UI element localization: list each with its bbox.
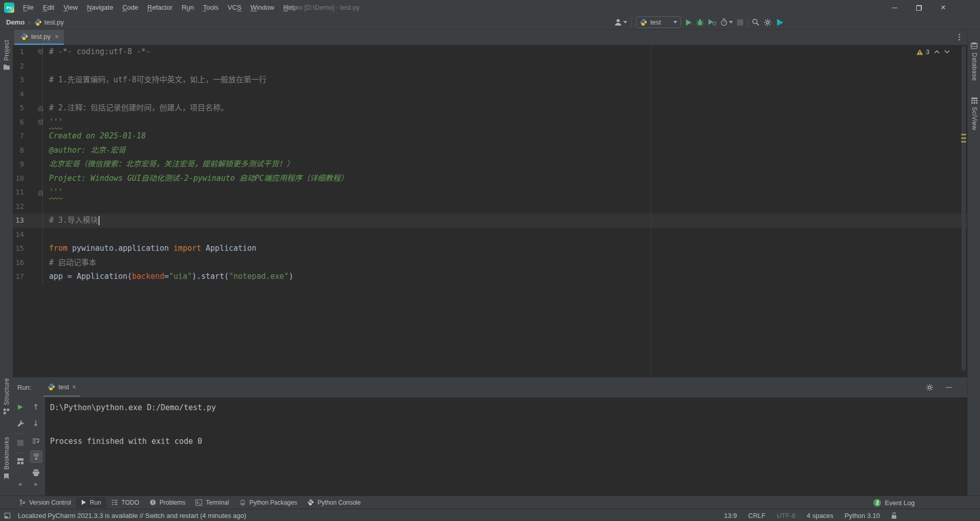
maximize-button[interactable]	[906, 0, 931, 15]
line-number[interactable]: 12	[13, 200, 43, 214]
profile-selector-button[interactable]	[614, 18, 627, 26]
coverage-button[interactable]	[708, 18, 716, 26]
menu-code[interactable]: Code	[118, 0, 143, 15]
run-console-output[interactable]: D:\Python\python.exe D:/Demo/test.py Pro…	[45, 397, 967, 495]
line-number[interactable]: 13	[13, 214, 43, 228]
status-item-crlf[interactable]: CRLF	[748, 512, 766, 519]
toolwindow-button-version-control[interactable]: Version Control	[14, 497, 76, 508]
run-tab-test[interactable]: test ×	[43, 378, 80, 397]
editor-line-10[interactable]: 10Project: Windows GUI自动化测试-2-pywinauto …	[13, 172, 967, 186]
editor-line-3[interactable]: 3# 1.先设置编码，utf-8可支持中英文，如上，一般放在第一行	[13, 73, 967, 87]
code-editor[interactable]: 1# -*- coding:utf-8 -*-23# 1.先设置编码，utf-8…	[13, 45, 967, 377]
editor-line-11[interactable]: 11'''	[13, 185, 967, 200]
toolwindow-button-problems[interactable]: Problems	[144, 497, 191, 508]
line-number[interactable]: 7	[13, 129, 43, 144]
more-actions-button[interactable]: »	[15, 478, 26, 489]
status-item-4-spaces[interactable]: 4 spaces	[807, 512, 834, 519]
menu-file[interactable]: File	[18, 0, 38, 15]
line-number[interactable]: 17	[13, 270, 43, 284]
line-number[interactable]: 10	[13, 172, 43, 186]
warning-stripe-mark[interactable]	[961, 141, 966, 143]
stop-process-button[interactable]	[15, 437, 26, 448]
editor-line-17[interactable]: 17app = Application(backend="uia").start…	[13, 270, 967, 284]
tool-button-structure[interactable]: Structure	[0, 378, 13, 415]
editor-line-5[interactable]: 5# 2.注释：包括记录创建时间，创建人，项目名称。	[13, 101, 967, 115]
editor-scrollbar[interactable]	[961, 46, 966, 373]
down-stacktrace-button[interactable]: ↓	[30, 418, 41, 429]
toolwindow-button-python-packages[interactable]: Python Packages	[234, 497, 302, 508]
status-message[interactable]: Localized PyCharm 2021.3.3 is available …	[18, 512, 246, 519]
fold-marker-icon[interactable]	[38, 190, 43, 196]
editor-line-15[interactable]: 15from pywinauto.application import Appl…	[13, 242, 967, 256]
toolwindow-button-run[interactable]: Run	[76, 497, 106, 508]
warning-stripe-mark[interactable]	[961, 137, 966, 139]
line-number[interactable]: 16	[13, 256, 43, 270]
fold-marker-icon[interactable]	[38, 49, 43, 55]
prev-problem-icon[interactable]	[934, 50, 940, 54]
scroll-to-end-button[interactable]	[30, 451, 42, 463]
editor-tab-testpy[interactable]: test.py ×	[14, 30, 64, 45]
editor-line-16[interactable]: 16# 启动记事本	[13, 256, 967, 270]
tab-close-icon[interactable]: ×	[55, 33, 59, 40]
run-tab-close-icon[interactable]: ×	[72, 383, 76, 391]
scrollbar-thumb[interactable]	[962, 46, 966, 371]
search-everywhere-button[interactable]	[752, 18, 760, 26]
run-configuration-select[interactable]: test	[636, 16, 681, 28]
status-item-13-9[interactable]: 13:9	[724, 512, 737, 519]
toolwindow-button-terminal[interactable]: Terminal	[190, 497, 234, 508]
menu-window[interactable]: Window	[246, 0, 279, 15]
editor-line-8[interactable]: 8@author: 北京-宏哥	[13, 144, 967, 158]
next-problem-icon[interactable]	[944, 50, 950, 54]
event-log-button[interactable]: 2 Event Log	[873, 496, 915, 509]
line-number[interactable]: 8	[13, 144, 43, 158]
profiler-button[interactable]	[720, 18, 733, 26]
debug-button[interactable]	[696, 18, 704, 26]
tool-button-project[interactable]: Project	[0, 40, 13, 70]
menu-run[interactable]: Run	[177, 0, 199, 15]
more-actions-button[interactable]: »	[30, 478, 41, 489]
up-stacktrace-button[interactable]: ↑	[30, 401, 41, 413]
editor-line-7[interactable]: 7Created on 2025-01-18	[13, 129, 967, 144]
minimize-button[interactable]	[882, 0, 906, 15]
editor-line-2[interactable]: 2	[13, 59, 967, 74]
line-number[interactable]: 2	[13, 59, 43, 74]
menu-view[interactable]: View	[59, 0, 82, 15]
line-number[interactable]: 14	[13, 228, 43, 242]
fold-marker-icon[interactable]	[38, 105, 43, 111]
inspection-widget[interactable]: 3	[916, 48, 950, 56]
status-item-python-3.10[interactable]: Python 3.10	[845, 512, 880, 519]
tool-button-sciview[interactable]: SciView	[968, 97, 980, 130]
breadcrumb-project[interactable]: Demo	[6, 18, 24, 26]
fold-marker-icon[interactable]	[38, 120, 43, 126]
toolwindow-toggle-icon[interactable]	[4, 512, 11, 519]
breadcrumb-file[interactable]: test.py	[34, 18, 64, 26]
tool-button-database[interactable]: Database	[968, 42, 980, 81]
editor-line-9[interactable]: 9北京宏哥（微信搜索：北京宏哥，关注宏哥，提前解锁更多测试干货！）	[13, 157, 967, 172]
unlock-icon[interactable]	[891, 512, 897, 519]
line-number[interactable]: 3	[13, 73, 43, 87]
toolwindow-button-python-console[interactable]: Python Console	[302, 497, 366, 508]
tool-button-bookmarks[interactable]: Bookmarks	[0, 437, 13, 480]
status-item-utf-8[interactable]: UTF-8	[777, 512, 796, 519]
restore-layout-button[interactable]	[15, 456, 26, 467]
settings-button[interactable]	[764, 18, 772, 27]
soft-wrap-button[interactable]	[30, 435, 41, 446]
menu-navigate[interactable]: Navigate	[82, 0, 117, 15]
menu-refactor[interactable]: Refactor	[143, 0, 177, 15]
line-number[interactable]: 15	[13, 242, 43, 256]
line-number[interactable]: 9	[13, 157, 43, 172]
editor-line-13[interactable]: 13# 3.导入模块	[13, 214, 967, 228]
stop-button[interactable]	[737, 19, 743, 26]
close-button[interactable]: ×	[931, 0, 955, 15]
editor-line-14[interactable]: 14	[13, 228, 967, 242]
editor-line-4[interactable]: 4	[13, 87, 967, 102]
line-number[interactable]: 4	[13, 87, 43, 102]
toolwindow-button-todo[interactable]: TODO	[106, 497, 144, 508]
learn-pycharm-button[interactable]	[776, 18, 784, 27]
menu-vcs[interactable]: VCS	[223, 0, 246, 15]
warning-stripe-mark[interactable]	[961, 134, 966, 135]
rerun-button[interactable]	[15, 401, 26, 413]
editor-line-1[interactable]: 1# -*- coding:utf-8 -*-	[13, 45, 967, 59]
editor-line-6[interactable]: 6'''	[13, 115, 967, 130]
print-button[interactable]	[30, 467, 41, 478]
